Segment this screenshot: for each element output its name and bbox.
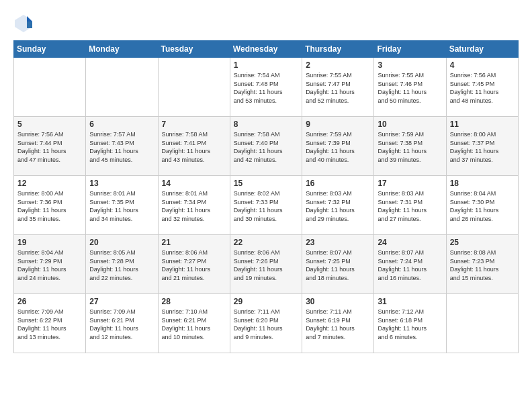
day-info: Sunrise: 7:57 AM Sunset: 7:43 PM Dayligh… bbox=[89, 130, 154, 164]
day-number: 1 bbox=[234, 60, 298, 70]
day-number: 20 bbox=[89, 238, 154, 247]
calendar-cell: 2Sunrise: 7:55 AM Sunset: 7:47 PM Daylig… bbox=[302, 58, 374, 117]
day-number: 10 bbox=[378, 120, 442, 129]
day-number: 18 bbox=[450, 179, 515, 188]
calendar-week-3: 12Sunrise: 8:00 AM Sunset: 7:36 PM Dayli… bbox=[14, 176, 519, 235]
day-number: 27 bbox=[89, 297, 154, 306]
day-info: Sunrise: 8:07 AM Sunset: 7:25 PM Dayligh… bbox=[306, 248, 370, 282]
day-info: Sunrise: 7:11 AM Sunset: 6:19 PM Dayligh… bbox=[306, 308, 370, 341]
calendar-cell: 25Sunrise: 8:08 AM Sunset: 7:23 PM Dayli… bbox=[446, 235, 518, 294]
calendar-cell: 30Sunrise: 7:11 AM Sunset: 6:19 PM Dayli… bbox=[302, 294, 374, 353]
calendar-cell: 20Sunrise: 8:05 AM Sunset: 7:28 PM Dayli… bbox=[86, 235, 158, 294]
day-info: Sunrise: 8:04 AM Sunset: 7:30 PM Dayligh… bbox=[450, 189, 515, 223]
day-info: Sunrise: 7:56 AM Sunset: 7:44 PM Dayligh… bbox=[17, 130, 82, 164]
day-number: 13 bbox=[89, 179, 154, 188]
day-number: 11 bbox=[450, 120, 515, 129]
day-number: 3 bbox=[378, 60, 442, 70]
day-info: Sunrise: 7:12 AM Sunset: 6:18 PM Dayligh… bbox=[378, 308, 442, 341]
svg-marker-1 bbox=[27, 16, 32, 21]
day-number: 14 bbox=[162, 179, 226, 188]
calendar-cell: 12Sunrise: 8:00 AM Sunset: 7:36 PM Dayli… bbox=[14, 176, 86, 235]
day-info: Sunrise: 8:00 AM Sunset: 7:36 PM Dayligh… bbox=[17, 189, 82, 223]
day-info: Sunrise: 8:02 AM Sunset: 7:33 PM Dayligh… bbox=[234, 189, 298, 223]
calendar-cell: 4Sunrise: 7:56 AM Sunset: 7:45 PM Daylig… bbox=[446, 58, 518, 117]
calendar-cell: 13Sunrise: 8:01 AM Sunset: 7:35 PM Dayli… bbox=[86, 176, 158, 235]
day-number: 17 bbox=[378, 179, 442, 188]
day-info: Sunrise: 7:56 AM Sunset: 7:45 PM Dayligh… bbox=[450, 71, 515, 105]
calendar-cell bbox=[86, 58, 158, 117]
day-info: Sunrise: 7:54 AM Sunset: 7:48 PM Dayligh… bbox=[234, 71, 298, 105]
day-info: Sunrise: 7:10 AM Sunset: 6:21 PM Dayligh… bbox=[162, 308, 226, 341]
day-number: 24 bbox=[378, 238, 442, 247]
day-number: 23 bbox=[306, 238, 370, 247]
calendar-cell: 22Sunrise: 8:06 AM Sunset: 7:26 PM Dayli… bbox=[230, 235, 302, 294]
day-number: 25 bbox=[450, 238, 515, 247]
calendar-cell: 14Sunrise: 8:01 AM Sunset: 7:34 PM Dayli… bbox=[158, 176, 230, 235]
calendar-cell: 29Sunrise: 7:11 AM Sunset: 6:20 PM Dayli… bbox=[230, 294, 302, 353]
day-number: 4 bbox=[450, 60, 515, 70]
day-info: Sunrise: 8:04 AM Sunset: 7:29 PM Dayligh… bbox=[17, 248, 82, 282]
calendar-cell: 11Sunrise: 8:00 AM Sunset: 7:37 PM Dayli… bbox=[446, 117, 518, 176]
calendar-cell: 23Sunrise: 8:07 AM Sunset: 7:25 PM Dayli… bbox=[302, 235, 374, 294]
calendar-cell: 1Sunrise: 7:54 AM Sunset: 7:48 PM Daylig… bbox=[230, 58, 302, 117]
calendar-header-friday: Friday bbox=[374, 41, 446, 58]
calendar-header-monday: Monday bbox=[86, 41, 158, 58]
logo bbox=[13, 13, 36, 34]
calendar-cell: 18Sunrise: 8:04 AM Sunset: 7:30 PM Dayli… bbox=[446, 176, 518, 235]
calendar-cell: 24Sunrise: 8:07 AM Sunset: 7:24 PM Dayli… bbox=[374, 235, 446, 294]
day-info: Sunrise: 7:09 AM Sunset: 6:21 PM Dayligh… bbox=[89, 308, 154, 341]
calendar-cell: 17Sunrise: 8:03 AM Sunset: 7:31 PM Dayli… bbox=[374, 176, 446, 235]
day-number: 31 bbox=[378, 297, 442, 306]
calendar-cell: 27Sunrise: 7:09 AM Sunset: 6:21 PM Dayli… bbox=[86, 294, 158, 353]
calendar-cell: 28Sunrise: 7:10 AM Sunset: 6:21 PM Dayli… bbox=[158, 294, 230, 353]
day-number: 21 bbox=[162, 238, 226, 247]
day-number: 8 bbox=[234, 120, 298, 129]
calendar-cell: 21Sunrise: 8:06 AM Sunset: 7:27 PM Dayli… bbox=[158, 235, 230, 294]
calendar-header-thursday: Thursday bbox=[302, 41, 374, 58]
calendar-cell: 26Sunrise: 7:09 AM Sunset: 6:22 PM Dayli… bbox=[14, 294, 86, 353]
calendar-cell: 6Sunrise: 7:57 AM Sunset: 7:43 PM Daylig… bbox=[86, 117, 158, 176]
calendar-cell bbox=[14, 58, 86, 117]
calendar-week-2: 5Sunrise: 7:56 AM Sunset: 7:44 PM Daylig… bbox=[14, 117, 519, 176]
day-info: Sunrise: 7:58 AM Sunset: 7:40 PM Dayligh… bbox=[234, 130, 298, 164]
day-info: Sunrise: 8:01 AM Sunset: 7:35 PM Dayligh… bbox=[89, 189, 154, 223]
day-info: Sunrise: 7:09 AM Sunset: 6:22 PM Dayligh… bbox=[17, 308, 82, 341]
day-info: Sunrise: 8:05 AM Sunset: 7:28 PM Dayligh… bbox=[89, 248, 154, 282]
calendar-cell: 16Sunrise: 8:03 AM Sunset: 7:32 PM Dayli… bbox=[302, 176, 374, 235]
day-number: 26 bbox=[17, 297, 82, 306]
day-info: Sunrise: 7:59 AM Sunset: 7:38 PM Dayligh… bbox=[378, 130, 442, 164]
calendar-cell: 19Sunrise: 8:04 AM Sunset: 7:29 PM Dayli… bbox=[14, 235, 86, 294]
day-number: 7 bbox=[162, 120, 226, 129]
day-number: 2 bbox=[306, 60, 370, 70]
calendar-header-saturday: Saturday bbox=[446, 41, 518, 58]
calendar-table: SundayMondayTuesdayWednesdayThursdayFrid… bbox=[13, 40, 519, 353]
day-number: 15 bbox=[234, 179, 298, 188]
day-info: Sunrise: 8:06 AM Sunset: 7:27 PM Dayligh… bbox=[162, 248, 226, 282]
calendar-cell: 7Sunrise: 7:58 AM Sunset: 7:41 PM Daylig… bbox=[158, 117, 230, 176]
day-info: Sunrise: 7:58 AM Sunset: 7:41 PM Dayligh… bbox=[162, 130, 226, 164]
day-number: 5 bbox=[17, 120, 82, 129]
day-info: Sunrise: 8:03 AM Sunset: 7:31 PM Dayligh… bbox=[378, 189, 442, 223]
calendar-cell: 15Sunrise: 8:02 AM Sunset: 7:33 PM Dayli… bbox=[230, 176, 302, 235]
day-number: 6 bbox=[89, 120, 154, 129]
day-info: Sunrise: 8:07 AM Sunset: 7:24 PM Dayligh… bbox=[378, 248, 442, 282]
day-number: 28 bbox=[162, 297, 226, 306]
svg-marker-2 bbox=[27, 21, 32, 28]
calendar-cell bbox=[158, 58, 230, 117]
calendar-header-row: SundayMondayTuesdayWednesdayThursdayFrid… bbox=[14, 41, 519, 58]
calendar-cell: 10Sunrise: 7:59 AM Sunset: 7:38 PM Dayli… bbox=[374, 117, 446, 176]
calendar-header-wednesday: Wednesday bbox=[230, 41, 302, 58]
day-info: Sunrise: 7:55 AM Sunset: 7:46 PM Dayligh… bbox=[378, 71, 442, 105]
day-number: 29 bbox=[234, 297, 298, 306]
calendar-cell: 5Sunrise: 7:56 AM Sunset: 7:44 PM Daylig… bbox=[14, 117, 86, 176]
calendar-week-4: 19Sunrise: 8:04 AM Sunset: 7:29 PM Dayli… bbox=[14, 235, 519, 294]
calendar-cell: 31Sunrise: 7:12 AM Sunset: 6:18 PM Dayli… bbox=[374, 294, 446, 353]
calendar-week-1: 1Sunrise: 7:54 AM Sunset: 7:48 PM Daylig… bbox=[14, 58, 519, 117]
day-number: 30 bbox=[306, 297, 370, 306]
header bbox=[13, 13, 519, 34]
calendar-cell: 8Sunrise: 7:58 AM Sunset: 7:40 PM Daylig… bbox=[230, 117, 302, 176]
logo-icon bbox=[13, 13, 34, 34]
day-info: Sunrise: 7:59 AM Sunset: 7:39 PM Dayligh… bbox=[306, 130, 370, 164]
calendar-week-5: 26Sunrise: 7:09 AM Sunset: 6:22 PM Dayli… bbox=[14, 294, 519, 353]
day-info: Sunrise: 7:11 AM Sunset: 6:20 PM Dayligh… bbox=[234, 308, 298, 341]
